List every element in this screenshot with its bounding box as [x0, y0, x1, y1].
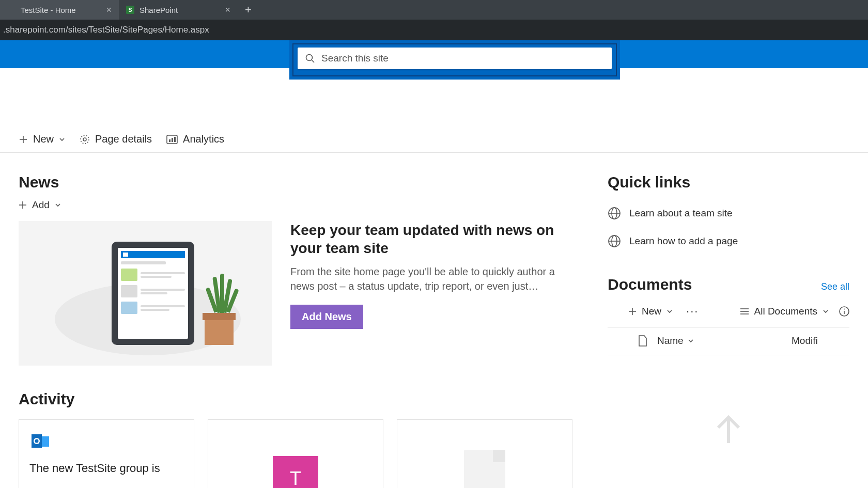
url-text: .sharepoint.com/sites/TestSite/SitePages… [3, 25, 209, 35]
tab-title: TestSite - Home [21, 6, 76, 14]
search-input[interactable] [321, 53, 605, 64]
activity-card-1-text: The new TestSite group is [29, 461, 183, 476]
chevron-down-icon [667, 308, 673, 314]
news-illustration [19, 221, 272, 366]
chevron-down-icon [55, 202, 61, 208]
see-all-link[interactable]: See all [821, 281, 849, 292]
svg-point-0 [306, 55, 313, 61]
documents-new-button[interactable]: New [628, 306, 673, 317]
quick-link-label: Learn about a team site [629, 208, 733, 219]
outlook-icon [29, 430, 51, 452]
quick-link-label: Learn how to add a page [629, 235, 738, 247]
add-news-button[interactable]: Add News [290, 305, 363, 329]
plus-icon [19, 135, 28, 144]
gear-icon [80, 134, 90, 145]
svg-rect-9 [174, 137, 176, 142]
quick-link-1[interactable]: Learn about a team site [608, 199, 849, 227]
svg-point-15 [35, 439, 39, 443]
documents-table-header: Name Modifi [608, 327, 849, 355]
new-label: New [33, 133, 54, 145]
new-button[interactable]: New [19, 133, 65, 145]
browser-tab-strip: TestSite - Home × S SharePoint × + [0, 0, 868, 20]
plus-icon [628, 307, 637, 316]
analytics-button[interactable]: Analytics [166, 133, 224, 145]
quick-link-2[interactable]: Learn how to add a page [608, 227, 849, 255]
search-icon [305, 53, 315, 64]
column-modified[interactable]: Modifi [792, 335, 849, 347]
column-name[interactable]: Name [657, 335, 792, 347]
page-details-button[interactable]: Page details [80, 133, 152, 145]
column-modified-label: Modifi [792, 335, 818, 346]
documents-new-label: New [642, 306, 661, 317]
activity-card-1[interactable]: The new TestSite group is [19, 419, 194, 488]
svg-point-5 [81, 135, 89, 144]
svg-rect-7 [169, 139, 171, 142]
document-placeholder-icon [464, 450, 505, 488]
svg-point-29 [844, 309, 845, 310]
chevron-down-icon [59, 136, 65, 143]
news-description: From the site home page you'll be able t… [290, 264, 577, 293]
activity-card-3[interactable] [397, 419, 572, 488]
tab-title: SharePoint [140, 6, 178, 14]
analytics-label: Analytics [183, 133, 224, 145]
news-title: Keep your team updated with news on your… [290, 221, 577, 257]
chevron-down-icon [823, 308, 829, 314]
news-heading: News [19, 174, 577, 191]
globe-icon [608, 234, 621, 248]
suite-bar [0, 40, 868, 68]
browser-tab-1[interactable]: TestSite - Home × [0, 0, 119, 20]
new-tab-button[interactable]: + [238, 3, 259, 17]
search-box[interactable] [298, 48, 612, 69]
globe-icon [608, 207, 621, 220]
column-name-label: Name [657, 335, 684, 347]
address-bar[interactable]: .sharepoint.com/sites/TestSite/SitePages… [0, 20, 868, 40]
svg-point-4 [83, 138, 86, 141]
add-news-dropdown[interactable]: Add [19, 199, 577, 211]
page-details-label: Page details [95, 133, 152, 145]
analytics-icon [166, 135, 178, 144]
info-icon[interactable] [839, 306, 849, 317]
sharepoint-favicon: S [126, 6, 134, 14]
documents-more-button[interactable]: ··· [686, 305, 699, 318]
documents-heading: Documents [608, 276, 692, 293]
documents-toolbar: New ··· All Documents [608, 293, 849, 327]
documents-empty-state [608, 355, 849, 448]
activity-card-2[interactable]: T [208, 419, 383, 488]
favicon-blank [7, 6, 16, 14]
command-bar: New Page details Analytics [0, 126, 868, 153]
svg-rect-13 [42, 436, 49, 447]
quick-links-heading: Quick links [608, 174, 849, 191]
close-icon[interactable]: × [225, 5, 230, 15]
site-tile-letter: T [290, 468, 301, 488]
activity-heading: Activity [19, 390, 577, 408]
documents-view-label: All Documents [754, 306, 818, 317]
list-icon [740, 308, 749, 315]
svg-line-1 [312, 60, 314, 62]
file-icon [638, 335, 647, 347]
text-caret [365, 53, 365, 64]
add-label: Add [32, 199, 50, 211]
site-tile: T [273, 456, 318, 488]
documents-view-selector[interactable]: All Documents [740, 306, 829, 317]
plus-icon [19, 201, 27, 209]
search-highlight [289, 40, 620, 80]
close-icon[interactable]: × [106, 5, 112, 15]
upload-arrow-icon [708, 407, 749, 448]
browser-tab-2[interactable]: S SharePoint × [119, 0, 238, 20]
chevron-down-icon [688, 338, 694, 344]
svg-rect-8 [172, 138, 173, 142]
